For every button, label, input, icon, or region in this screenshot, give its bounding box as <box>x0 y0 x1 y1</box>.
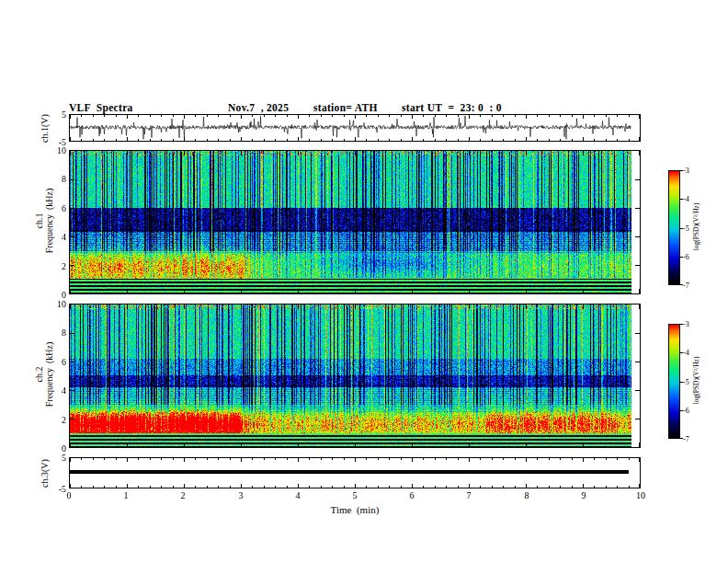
x-tick-label: 4 <box>289 490 307 500</box>
colorbar-tick-label: -6 <box>683 407 700 415</box>
x-tick-label: 8 <box>518 490 536 500</box>
tick-mark <box>680 228 683 229</box>
ch2-spectrogram-panel <box>69 304 641 448</box>
tick-mark <box>680 438 683 439</box>
tick-mark <box>680 199 683 200</box>
x-tick-label: 9 <box>574 490 593 500</box>
x-tick-label: 3 <box>232 490 250 500</box>
colorbar-tick-label: -5 <box>683 224 700 233</box>
tick-mark <box>680 352 683 353</box>
y-tick-label: 2 <box>45 415 66 425</box>
y-tick-label: 5 <box>45 453 66 463</box>
y-tick-label: 8 <box>45 327 66 338</box>
colorbar1-gradient <box>669 171 679 284</box>
ch2-frequency-axis-label-line1: ch.2 <box>34 319 44 430</box>
x-tick-label: 7 <box>460 490 478 500</box>
colorbar-tick-label: -5 <box>683 378 700 386</box>
x-tick-label: 6 <box>403 490 421 500</box>
ch2-spectrogram-canvas <box>70 304 640 447</box>
ch1-frequency-axis-label-line1: ch.1 <box>34 166 44 276</box>
x-tick-label: 2 <box>174 490 192 500</box>
y-tick-label: 10 <box>45 299 66 309</box>
start-ut-label: start UT = 23: 0 : 0 <box>402 102 502 113</box>
y-tick-label: 2 <box>45 261 66 271</box>
colorbar-tick-label: -6 <box>683 253 700 261</box>
colorbar-ch2 <box>668 324 680 439</box>
x-tick-label: 1 <box>117 490 135 500</box>
colorbar-tick-label: -3 <box>683 320 700 328</box>
y-tick-label: 6 <box>45 203 66 213</box>
time-axis-label: Time (min) <box>69 504 641 515</box>
x-tick-label: 0 <box>60 490 78 500</box>
y-tick-label: 4 <box>45 232 66 242</box>
colorbar2-gradient <box>669 325 679 438</box>
x-tick-label: 5 <box>346 490 364 500</box>
ch1-spectrogram-canvas <box>70 151 640 293</box>
tick-mark <box>680 284 683 285</box>
ch1-voltage-panel <box>69 114 641 142</box>
y-tick-label: 5 <box>45 109 66 120</box>
tick-mark <box>680 382 683 383</box>
colorbar-ch1 <box>668 170 680 285</box>
colorbar-tick-label: -3 <box>683 167 700 175</box>
y-tick-label: 8 <box>45 174 66 184</box>
tick-mark <box>680 257 683 258</box>
vlf-spectra-figure: VLF Spectra Nov.7 , 2025 station= ATH st… <box>0 0 728 563</box>
y-tick-label: 6 <box>45 357 66 367</box>
ch3-voltage-panel <box>69 457 641 488</box>
figure-title: VLF Spectra <box>69 102 133 113</box>
colorbar-tick-label: -7 <box>683 282 700 290</box>
station-label: station= ATH <box>313 102 378 113</box>
ch3-waveform-canvas <box>70 458 640 488</box>
colorbar-tick-label: -7 <box>683 435 700 443</box>
figure-date: Nov.7 , 2025 <box>228 102 289 113</box>
y-tick-label: 10 <box>45 145 66 155</box>
tick-mark <box>680 324 683 325</box>
tick-mark <box>680 170 683 171</box>
colorbar-tick-label: -4 <box>683 195 700 203</box>
tick-mark <box>680 410 683 411</box>
y-tick-label: 4 <box>45 385 66 396</box>
ch1-waveform-canvas <box>70 115 640 141</box>
x-tick-label: 10 <box>631 490 650 500</box>
ch1-spectrogram-panel <box>69 150 641 294</box>
colorbar-tick-label: -4 <box>683 349 700 357</box>
